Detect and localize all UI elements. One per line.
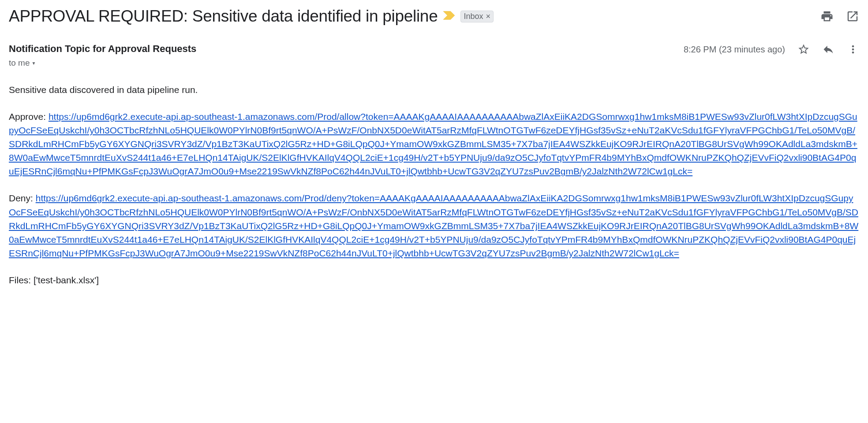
approve-block: Approve: https://up6md6grk2.execute-api.… — [9, 110, 859, 178]
sender-block: Notification Topic for Approval Requests — [9, 43, 196, 55]
email-subject: APPROVAL REQUIRED: Sensitive data identi… — [9, 7, 438, 26]
deny-label: Deny: — [9, 193, 36, 203]
deny-link[interactable]: https://up6md6grk2.execute-api.ap-southe… — [9, 193, 858, 258]
reply-icon[interactable] — [822, 43, 834, 56]
show-details-dropdown-icon[interactable]: ▼ — [32, 61, 36, 66]
more-options-icon[interactable] — [847, 43, 859, 56]
approve-label: Approve: — [9, 111, 49, 122]
files-line: Files: ['test-bank.xlsx'] — [9, 273, 859, 287]
star-icon[interactable] — [797, 43, 810, 56]
open-in-new-window-icon[interactable] — [846, 10, 859, 23]
deny-block: Deny: https://up6md6grk2.execute-api.ap-… — [9, 191, 859, 260]
subject-wrap: APPROVAL REQUIRED: Sensitive data identi… — [9, 7, 494, 26]
print-icon[interactable] — [820, 10, 834, 23]
email-header: APPROVAL REQUIRED: Sensitive data identi… — [9, 7, 859, 26]
sender-name: Notification Topic for Approval Requests — [9, 43, 196, 55]
meta-actions: 8:26 PM (23 minutes ago) — [684, 43, 859, 56]
email-timestamp: 8:26 PM (23 minutes ago) — [684, 45, 785, 55]
email-body: Sensitive data discovered in data pipeli… — [9, 83, 859, 287]
approve-link[interactable]: https://up6md6grk2.execute-api.ap-southe… — [9, 111, 857, 176]
inbox-label-chip[interactable]: Inbox × — [460, 11, 494, 22]
to-line: to me ▼ — [9, 58, 859, 68]
email-meta-row: Notification Topic for Approval Requests… — [9, 43, 859, 56]
to-line-text: to me — [9, 58, 30, 68]
importance-marker-icon[interactable] — [443, 11, 455, 22]
body-intro: Sensitive data discovered in data pipeli… — [9, 83, 859, 96]
header-actions — [820, 10, 859, 23]
inbox-label-text: Inbox — [464, 12, 483, 21]
inbox-label-remove-icon[interactable]: × — [486, 12, 490, 21]
